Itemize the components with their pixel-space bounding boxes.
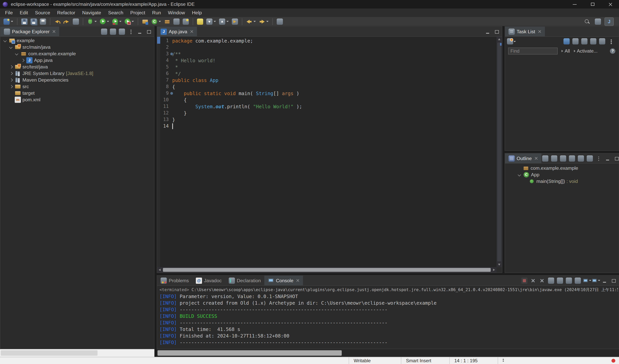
scroll-up-icon[interactable]: [498, 38, 500, 40]
menu-search[interactable]: Search: [105, 9, 127, 17]
dropdown-caret-icon[interactable]: [513, 41, 516, 42]
expand-arrow-icon[interactable]: [9, 64, 13, 69]
editor-gutter[interactable]: 1234567891011121314: [160, 38, 169, 130]
tab-package-explorer[interactable]: Package Explorer: [0, 27, 59, 36]
search-button[interactable]: [583, 17, 591, 26]
expand-arrow-icon[interactable]: [9, 70, 13, 76]
annotation-ruler[interactable]: [157, 37, 160, 267]
hide-local-types-button[interactable]: [586, 154, 594, 162]
minimize-button[interactable]: [604, 154, 611, 162]
scroll-down-icon[interactable]: [498, 264, 500, 266]
collapse-arrow-icon[interactable]: [517, 172, 522, 177]
dropdown-caret-icon[interactable]: [214, 21, 216, 22]
outline-item-main-string[interactable]: main(String[]) : void: [515, 178, 619, 184]
minimize-window-button[interactable]: [566, 0, 584, 9]
open-console-button[interactable]: [592, 277, 599, 284]
hide-non-public-button[interactable]: [577, 154, 585, 162]
sort-button[interactable]: [550, 154, 558, 162]
scheduled-button[interactable]: [572, 38, 579, 45]
package-explorer-scrollbar[interactable]: [0, 349, 155, 357]
menu-run[interactable]: Run: [149, 9, 164, 17]
maximize-button[interactable]: [145, 28, 153, 35]
editor-vertical-scrollbar[interactable]: [496, 37, 502, 267]
java-perspective-button[interactable]: J: [605, 17, 614, 26]
scroll-lock-button[interactable]: [556, 277, 564, 284]
explorer-item-jre-system-library[interactable]: JRE System Library [JavaSE-1.8]: [0, 70, 154, 77]
terminate-button[interactable]: [521, 277, 528, 284]
tab-declaration[interactable]: Declaration: [225, 276, 264, 285]
maximize-button[interactable]: [613, 154, 619, 162]
hide-static-button[interactable]: [568, 154, 576, 162]
new-wizard-button[interactable]: [2, 17, 14, 26]
last-edit-location-button[interactable]: [231, 17, 239, 26]
tab-outline[interactable]: Outline: [505, 153, 541, 163]
scroll-right-icon[interactable]: [493, 269, 495, 271]
collapse-arrow-icon[interactable]: [14, 51, 19, 56]
outline-item-app[interactable]: CApp: [515, 171, 619, 178]
maximize-button[interactable]: [609, 277, 617, 284]
new-package-button[interactable]: [163, 17, 171, 26]
hide-fields-button[interactable]: [559, 154, 567, 162]
undo-button[interactable]: [53, 17, 62, 26]
explorer-item-src-main-java[interactable]: src/main/java: [0, 44, 154, 50]
menu-help[interactable]: Help: [188, 9, 205, 17]
explorer-item-src-test-java[interactable]: src/test/java: [0, 63, 154, 70]
horizontal-scroll-thumb[interactable]: [157, 350, 342, 356]
explorer-item-pom-xml[interactable]: mpom.xml: [0, 96, 154, 103]
save-button[interactable]: [20, 17, 29, 26]
task-scope-all-button[interactable]: All: [562, 48, 570, 54]
word-wrap-button[interactable]: [565, 277, 573, 284]
tab-console[interactable]: Console: [264, 276, 303, 285]
focus-workweek-button[interactable]: [580, 38, 588, 45]
back-button[interactable]: [245, 17, 257, 26]
expand-arrow-icon[interactable]: [20, 57, 25, 63]
link-with-editor-button[interactable]: [276, 17, 284, 26]
collapse-arrow-icon[interactable]: [3, 38, 7, 43]
menu-refactor[interactable]: Refactor: [54, 9, 79, 17]
dropdown-caret-icon[interactable]: [94, 21, 97, 22]
collapse-all-button[interactable]: [598, 38, 606, 45]
editor-horizontal-scrollbar[interactable]: [157, 267, 496, 272]
expand-arrow-icon[interactable]: [9, 84, 13, 89]
explorer-item-maven-dependencies[interactable]: Maven Dependencies: [0, 77, 154, 83]
view-menu-button[interactable]: [127, 28, 135, 35]
editor-code[interactable]: package com.example.example;/** * Hello …: [172, 38, 496, 267]
menu-file[interactable]: File: [1, 9, 16, 17]
filter-button[interactable]: [118, 28, 126, 35]
console-scrollbar[interactable]: [157, 349, 619, 357]
dropdown-caret-icon[interactable]: [11, 21, 13, 22]
run-button[interactable]: [99, 17, 110, 26]
dropdown-caret-icon[interactable]: [266, 21, 268, 22]
remove-all-button[interactable]: [538, 277, 546, 284]
next-annotation-button[interactable]: [205, 17, 217, 26]
dropdown-caret-icon[interactable]: [107, 21, 109, 22]
close-tab-icon[interactable]: [190, 30, 194, 33]
mark-occurrences-button[interactable]: [196, 17, 204, 26]
collapse-all-button[interactable]: [100, 28, 108, 35]
close-window-button[interactable]: [601, 0, 619, 9]
dropdown-caret-icon[interactable]: [132, 21, 134, 22]
tab-app-java[interactable]: J App.java: [157, 27, 197, 36]
vertical-scroll-thumb[interactable]: [497, 42, 501, 261]
status-overflow-icon[interactable]: [498, 357, 508, 364]
minimize-button[interactable]: [484, 28, 492, 35]
dropdown-caret-icon[interactable]: [226, 21, 229, 22]
dropdown-caret-icon[interactable]: [159, 21, 161, 22]
dropdown-caret-icon[interactable]: [253, 21, 256, 22]
maximize-button[interactable]: [493, 28, 500, 35]
menu-window[interactable]: Window: [165, 9, 188, 17]
minimize-button[interactable]: [136, 28, 144, 35]
dropdown-caret-icon[interactable]: [598, 280, 600, 281]
explorer-item-src[interactable]: src: [0, 83, 154, 90]
close-tab-icon[interactable]: [538, 30, 541, 33]
pin-console-button[interactable]: [574, 277, 582, 284]
menu-source[interactable]: Source: [31, 9, 54, 17]
menu-navigate[interactable]: Navigate: [79, 9, 105, 17]
minimize-button[interactable]: [601, 277, 608, 284]
close-tab-icon[interactable]: [52, 30, 56, 33]
new-task-button[interactable]: [507, 38, 515, 45]
coverage-button[interactable]: [111, 17, 123, 26]
editor-body[interactable]: 1234567891011121314 package com.example.…: [157, 37, 502, 272]
external-tools-button[interactable]: [124, 17, 135, 26]
remove-launch-button[interactable]: [529, 277, 537, 284]
